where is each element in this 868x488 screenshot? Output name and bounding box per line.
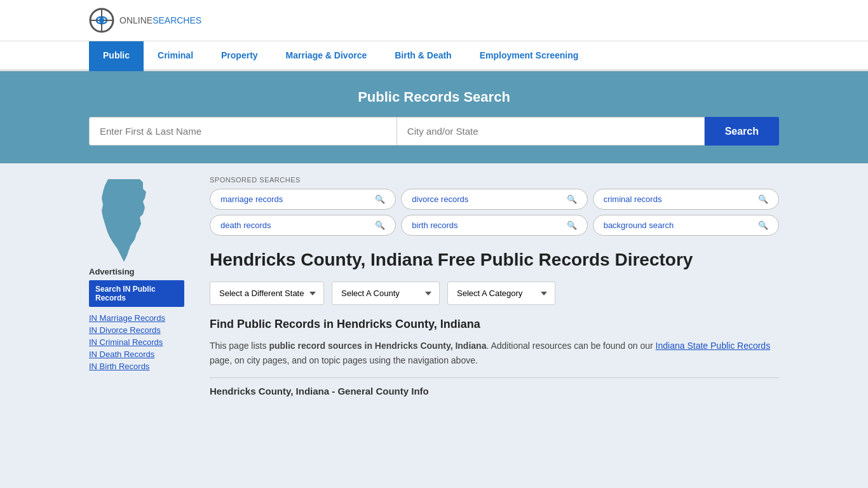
logo-icon (89, 8, 114, 33)
search-icon-6: 🔍 (758, 220, 768, 230)
nav-public[interactable]: Public (89, 41, 144, 71)
search-button[interactable]: Search (705, 117, 779, 146)
search-icon-5: 🔍 (567, 220, 577, 230)
nav-birth-death[interactable]: Birth & Death (381, 41, 465, 71)
advertising-label: Advertising (89, 267, 184, 276)
search-icon-4: 🔍 (375, 220, 385, 230)
search-icon-3: 🔍 (758, 194, 768, 204)
sidebar-link-marriage[interactable]: IN Marriage Records (89, 313, 184, 323)
county-dropdown[interactable]: Select A County (332, 281, 440, 305)
sidebar-link-divorce[interactable]: IN Divorce Records (89, 325, 184, 335)
dropdown-row: Select a Different State Select A County… (210, 281, 779, 305)
find-text: This page lists public record sources in… (210, 339, 779, 367)
tag-death-records[interactable]: death records 🔍 (210, 215, 396, 236)
sidebar-link-criminal[interactable]: IN Criminal Records (89, 337, 184, 347)
svg-point-3 (99, 18, 104, 23)
site-header: ONLINESEARCHES (0, 0, 868, 41)
county-info-title: Hendricks County, Indiana - General Coun… (210, 377, 779, 396)
tag-marriage-records[interactable]: marriage records 🔍 (210, 189, 396, 210)
nav-criminal[interactable]: Criminal (144, 41, 207, 71)
tag-background-search[interactable]: background search 🔍 (593, 215, 779, 236)
search-icon-2: 🔍 (567, 194, 577, 204)
name-input[interactable] (89, 117, 397, 146)
search-form: Search (89, 117, 779, 146)
logo[interactable]: ONLINESEARCHES (89, 8, 201, 33)
sponsored-label: SPONSORED SEARCHES (210, 176, 779, 184)
sidebar-link-birth[interactable]: IN Birth Records (89, 362, 184, 371)
category-dropdown[interactable]: Select A Category (447, 281, 555, 305)
indiana-map (89, 176, 159, 265)
sponsored-tags: marriage records 🔍 divorce records 🔍 cri… (210, 189, 779, 236)
location-input[interactable] (397, 117, 705, 146)
state-dropdown[interactable]: Select a Different State (210, 281, 324, 305)
page-title: Hendricks County, Indiana Free Public Re… (210, 248, 779, 271)
indiana-state-link[interactable]: Indiana State Public Records (656, 341, 771, 351)
tag-birth-records[interactable]: birth records 🔍 (401, 215, 587, 236)
hero-section: Public Records Search Search (0, 71, 868, 163)
main-wrapper: Advertising Search IN Public Records IN … (0, 163, 868, 409)
nav-employment[interactable]: Employment Screening (466, 41, 593, 71)
tag-divorce-records[interactable]: divorce records 🔍 (401, 189, 587, 210)
search-icon-1: 🔍 (375, 194, 385, 204)
nav-property[interactable]: Property (207, 41, 272, 71)
logo-text: ONLINESEARCHES (119, 15, 201, 25)
sidebar: Advertising Search IN Public Records IN … (89, 163, 197, 409)
tag-criminal-records[interactable]: criminal records 🔍 (593, 189, 779, 210)
main-content: SPONSORED SEARCHES marriage records 🔍 di… (197, 163, 779, 409)
ad-button[interactable]: Search IN Public Records (89, 280, 184, 307)
hero-title: Public Records Search (89, 89, 779, 105)
find-title: Find Public Records in Hendricks County,… (210, 318, 779, 331)
main-nav: Public Criminal Property Marriage & Divo… (0, 41, 868, 71)
nav-marriage-divorce[interactable]: Marriage & Divorce (272, 41, 381, 71)
sidebar-link-death[interactable]: IN Death Records (89, 349, 184, 359)
